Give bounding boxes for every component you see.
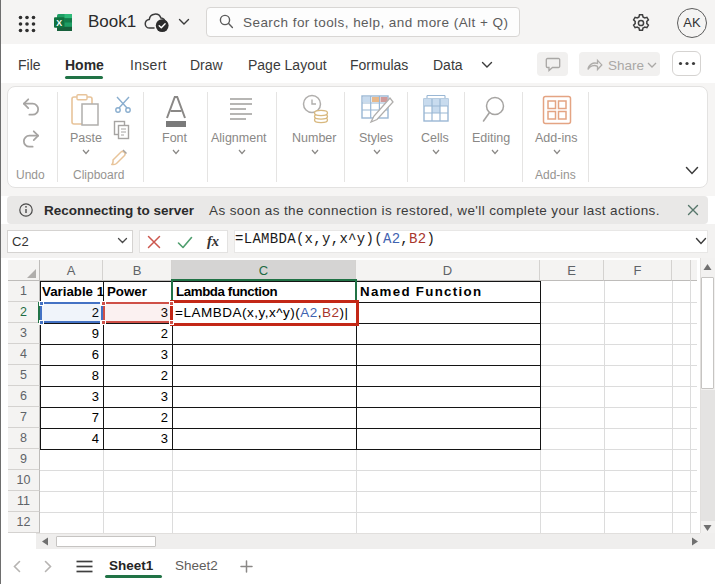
svg-text:X: X xyxy=(56,18,62,28)
